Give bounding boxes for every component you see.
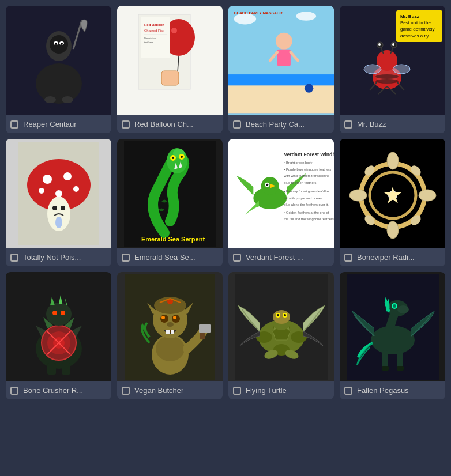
card-footer-red-balloon: Red Balloon Ch... bbox=[117, 115, 223, 133]
card-image-red-balloon: Red Balloon Chained Fist Description tex… bbox=[117, 6, 223, 115]
card-boneviper[interactable]: Boneviper Radi... bbox=[340, 139, 445, 266]
card-image-emerald-serpent: Emerald Sea Serpent bbox=[117, 139, 223, 248]
svg-point-44 bbox=[364, 65, 381, 74]
card-image-bone-crusher bbox=[6, 272, 111, 381]
card-footer-bone-crusher: Bone Crusher R... bbox=[6, 381, 111, 399]
svg-rect-132 bbox=[199, 324, 211, 333]
card-checkbox-fallen-pegasus[interactable] bbox=[344, 387, 352, 395]
card-title-emerald-serpent: Emerald Sea Se... bbox=[134, 253, 196, 262]
svg-rect-159 bbox=[382, 350, 388, 368]
svg-text:Chained Fist: Chained Fist bbox=[144, 29, 164, 32]
card-emerald-serpent[interactable]: Emerald Sea Serpent Emerald Sea Se... bbox=[117, 139, 223, 266]
card-title-mushroom: Totally Not Pois... bbox=[23, 253, 81, 262]
svg-rect-160 bbox=[397, 350, 403, 368]
svg-rect-131 bbox=[171, 330, 174, 334]
svg-point-9 bbox=[62, 96, 73, 103]
card-footer-beach-party: Beach Party Ca... bbox=[228, 115, 334, 133]
svg-point-111 bbox=[46, 303, 72, 326]
svg-text:Description: Description bbox=[144, 37, 156, 40]
svg-text:Emerald Sea Serpent: Emerald Sea Serpent bbox=[141, 236, 205, 243]
svg-text:the tail and the wingbone feat: the tail and the wingbone feathers. bbox=[284, 217, 334, 221]
svg-point-92 bbox=[349, 190, 367, 201]
card-image-mushroom bbox=[6, 139, 111, 248]
svg-point-158 bbox=[393, 304, 396, 308]
card-checkbox-flying-turtle[interactable] bbox=[233, 387, 241, 395]
svg-text:• Golden feathers at the end o: • Golden feathers at the end of bbox=[284, 210, 329, 214]
svg-point-129 bbox=[167, 322, 174, 327]
card-footer-emerald-serpent: Emerald Sea Se... bbox=[117, 248, 223, 266]
svg-text:• Purple-blue wingbone feather: • Purple-blue wingbone feathers bbox=[284, 167, 331, 171]
card-title-boneviper: Boneviper Radi... bbox=[357, 253, 415, 262]
card-beach-party[interactable]: BEACH PARTY MASSACRE Beach Party Ca... bbox=[228, 6, 334, 133]
card-checkbox-beach-party[interactable] bbox=[233, 120, 241, 129]
svg-line-46 bbox=[370, 82, 377, 90]
svg-point-60 bbox=[55, 217, 62, 228]
card-image-verdant-forest: Verdant Forest Windhawk • Bright green b… bbox=[228, 139, 334, 248]
card-bone-crusher[interactable]: Bone Crusher R... bbox=[6, 272, 111, 399]
svg-point-52 bbox=[43, 175, 52, 184]
svg-point-53 bbox=[63, 172, 72, 180]
svg-text:Verdant Forest Windhawk: Verdant Forest Windhawk bbox=[284, 152, 334, 157]
card-flying-turtle[interactable]: Flying Turtle bbox=[228, 272, 334, 399]
card-footer-vegan-butcher: Vegan Butcher bbox=[117, 381, 223, 399]
svg-point-2 bbox=[50, 35, 68, 54]
svg-text:blue to green feathers.: blue to green feathers. bbox=[284, 180, 317, 184]
card-image-vegan-butcher bbox=[117, 272, 223, 381]
svg-rect-133 bbox=[200, 333, 205, 339]
card-footer-reaper-centaur: Reaper Centaur bbox=[6, 115, 111, 133]
card-vegan-butcher[interactable]: Vegan Butcher bbox=[117, 272, 223, 399]
card-title-vegan-butcher: Vegan Butcher bbox=[134, 386, 183, 395]
card-checkbox-boneviper[interactable] bbox=[344, 254, 352, 262]
svg-point-5 bbox=[55, 43, 57, 45]
svg-point-59 bbox=[61, 206, 65, 210]
card-checkbox-vegan-butcher[interactable] bbox=[122, 387, 130, 395]
card-title-red-balloon: Red Balloon Ch... bbox=[134, 120, 193, 129]
svg-point-127 bbox=[161, 316, 165, 319]
svg-text:blue along the feathers over i: blue along the feathers over it. bbox=[284, 203, 329, 206]
svg-point-54 bbox=[55, 190, 62, 197]
svg-point-55 bbox=[39, 188, 44, 194]
card-checkbox-reaper-centaur[interactable] bbox=[10, 120, 18, 129]
card-mushroom[interactable]: Totally Not Pois... bbox=[6, 139, 111, 266]
svg-point-0 bbox=[36, 63, 82, 104]
card-checkbox-red-balloon[interactable] bbox=[122, 120, 130, 129]
svg-text:with wing feathers transitioni: with wing feathers transitioning bbox=[283, 174, 329, 177]
card-title-verdant-forest: Verdant Forest ... bbox=[246, 253, 303, 262]
card-verdant-forest[interactable]: Verdant Forest Windhawk • Bright green b… bbox=[228, 139, 334, 266]
svg-point-115 bbox=[52, 311, 57, 315]
svg-point-150 bbox=[284, 314, 286, 316]
card-red-balloon[interactable]: Red Balloon Chained Fist Description tex… bbox=[117, 6, 223, 133]
card-checkbox-bone-crusher[interactable] bbox=[10, 387, 18, 395]
card-title-reaper-centaur: Reaper Centaur bbox=[23, 120, 77, 129]
card-title-flying-turtle: Flying Turtle bbox=[246, 386, 287, 395]
card-image-fallen-pegasus bbox=[340, 272, 445, 381]
svg-rect-14 bbox=[161, 71, 179, 85]
card-footer-mushroom: Totally Not Pois... bbox=[6, 248, 111, 266]
card-title-fallen-pegasus: Fallen Pegasus bbox=[357, 386, 409, 395]
card-checkbox-mushroom[interactable] bbox=[10, 254, 18, 262]
svg-point-23 bbox=[296, 12, 317, 20]
card-mr-buzz[interactable]: Mr. BuzzBest unit in the game definitive… bbox=[340, 6, 445, 133]
card-title-beach-party: Beach Party Ca... bbox=[246, 120, 305, 129]
svg-rect-25 bbox=[228, 85, 334, 113]
card-checkbox-emerald-serpent[interactable] bbox=[122, 254, 130, 262]
svg-rect-118 bbox=[62, 363, 70, 375]
svg-rect-130 bbox=[166, 330, 170, 334]
card-reaper-centaur[interactable]: Reaper Centaur bbox=[6, 6, 111, 133]
svg-point-8 bbox=[44, 96, 56, 103]
svg-point-149 bbox=[277, 314, 279, 316]
svg-point-66 bbox=[172, 157, 174, 159]
card-image-flying-turtle bbox=[228, 272, 334, 381]
card-image-mr-buzz: Mr. BuzzBest unit in the game definitive… bbox=[340, 6, 445, 115]
card-checkbox-mr-buzz[interactable] bbox=[344, 120, 352, 129]
card-image-boneviper bbox=[340, 139, 445, 248]
card-fallen-pegasus[interactable]: Fallen Pegasus bbox=[340, 272, 445, 399]
svg-point-76 bbox=[266, 183, 268, 186]
svg-point-45 bbox=[393, 65, 410, 74]
svg-point-91 bbox=[387, 221, 399, 239]
card-checkbox-verdant-forest[interactable] bbox=[233, 254, 241, 262]
svg-point-121 bbox=[156, 336, 185, 361]
svg-point-116 bbox=[61, 311, 65, 315]
card-image-reaper-centaur bbox=[6, 6, 111, 115]
card-grid: Reaper Centaur Red Balloon Chained Fist … bbox=[6, 6, 445, 399]
